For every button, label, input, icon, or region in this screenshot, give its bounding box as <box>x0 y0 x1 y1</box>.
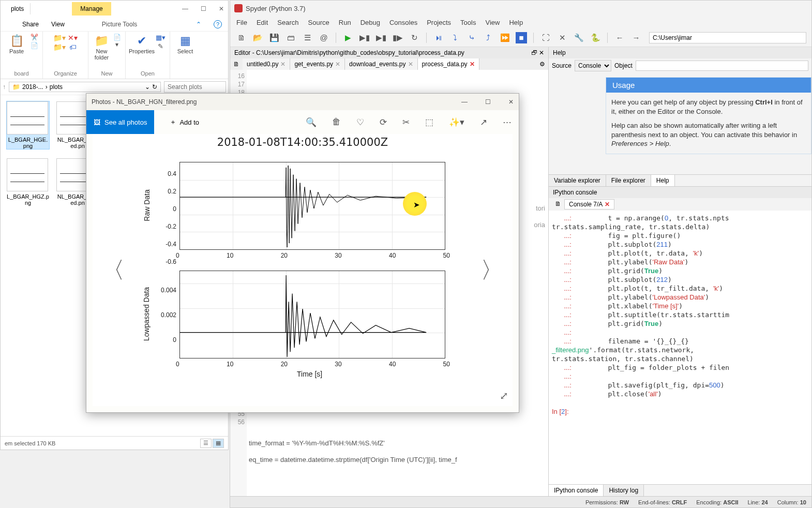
menu-help[interactable]: Help <box>509 19 523 26</box>
save-all-icon[interactable]: 🗃 <box>285 32 296 43</box>
add-to-button[interactable]: ＋ Add to <box>170 117 199 127</box>
breadcrumb-1[interactable]: 2018-... <box>22 83 43 91</box>
pane-options-icon[interactable]: 🗗 <box>531 49 537 56</box>
console-tab[interactable]: Console 7/A✕ <box>564 199 614 210</box>
close-icon[interactable]: ✕ <box>508 98 514 106</box>
more-icon[interactable]: ⋯ <box>503 117 512 128</box>
properties-button[interactable]: ✔Properties <box>130 34 154 54</box>
nav-up-icon[interactable]: ↑ <box>3 83 6 91</box>
editor-tab[interactable]: untitled0.py✕ <box>243 58 290 70</box>
favorite-icon[interactable]: ♡ <box>356 117 364 128</box>
minimize-icon[interactable]: — <box>461 98 468 106</box>
rerun-icon[interactable]: ↻ <box>409 32 420 43</box>
rename-icon[interactable]: 🏷 <box>68 43 78 51</box>
pane-close-icon[interactable]: ✕ <box>539 49 544 56</box>
paste-button[interactable]: 📋Paste <box>5 34 28 54</box>
cwd-input[interactable] <box>649 32 806 43</box>
edit-icon[interactable]: ✨▾ <box>449 117 464 128</box>
maximize-icon[interactable]: ☐ <box>201 5 206 12</box>
search-input[interactable] <box>164 81 226 93</box>
next-photo-button[interactable]: 〉 <box>480 255 503 286</box>
save-icon[interactable]: 💾 <box>268 32 280 43</box>
ribbon-collapse-icon[interactable]: ⌃ <box>196 21 201 28</box>
open-icon[interactable]: ▦▾ <box>156 34 166 41</box>
new-item-icon[interactable]: 📄▾ <box>113 34 121 48</box>
refresh-icon[interactable]: ↻ <box>152 83 157 91</box>
menu-tools[interactable]: Tools <box>460 19 476 26</box>
copyto-icon[interactable]: 📁▾ <box>53 43 66 51</box>
share-icon[interactable]: ↗ <box>480 117 487 128</box>
at-icon[interactable]: @ <box>318 32 329 43</box>
search-visual-icon[interactable]: ⬚ <box>425 117 433 128</box>
crop-icon[interactable]: ✂ <box>402 117 410 128</box>
cwd-forward-icon[interactable]: → <box>630 32 642 43</box>
menu-view[interactable]: View <box>485 19 500 26</box>
python-path-icon[interactable]: 🐍 <box>590 32 601 43</box>
editor-tab[interactable]: download_events.py✕ <box>345 58 417 70</box>
address-bar[interactable]: 📁 2018-...› plots ⌄ ↻ <box>9 82 161 92</box>
copy-icon[interactable]: 📄 <box>31 42 38 49</box>
console-body[interactable]: ...: t = np.arange(0, tr.stats.npts tr.s… <box>549 211 811 484</box>
menu-source[interactable]: Source <box>308 19 329 26</box>
debug-into-icon[interactable]: ⤵ <box>449 32 461 43</box>
tab-share[interactable]: Share <box>22 21 39 28</box>
tab-ipython-console[interactable]: IPython console <box>549 485 604 496</box>
select-button[interactable]: ▦Select <box>174 34 196 54</box>
menu-projects[interactable]: Projects <box>427 19 451 26</box>
console-tab-list-icon[interactable]: 🗎 <box>552 199 564 210</box>
run-cell-icon[interactable]: ▶▮ <box>359 32 370 43</box>
menu-debug[interactable]: Debug <box>360 19 380 26</box>
debug-out-icon[interactable]: ⤴ <box>483 32 494 43</box>
fullscreen-icon[interactable]: ✕ <box>557 32 568 43</box>
run-selection-icon[interactable]: ▮▶ <box>392 32 403 43</box>
minimize-icon[interactable]: — <box>182 5 188 12</box>
editor-tab[interactable]: get_events.py✕ <box>290 58 345 70</box>
see-all-photos-button[interactable]: 🖼 See all photos <box>86 110 154 134</box>
file-item[interactable]: L_BGAR_HGE.png <box>7 101 49 149</box>
menu-run[interactable]: Run <box>339 19 351 26</box>
new-file-icon[interactable]: 🗎 <box>235 32 247 43</box>
menu-consoles[interactable]: Consoles <box>389 19 417 26</box>
cwd-back-icon[interactable]: ← <box>614 32 625 43</box>
editor-config-icon[interactable]: ⚙ <box>536 58 548 70</box>
moveto-icon[interactable]: 📁▾ <box>53 34 66 42</box>
menu-file[interactable]: File <box>236 19 247 26</box>
file-item[interactable]: L_BGAR_HGZ.png <box>7 158 49 206</box>
debug-step-icon[interactable]: ⏯ <box>433 32 444 43</box>
maximize-icon[interactable]: ☐ <box>485 98 491 106</box>
menu-search[interactable]: Search <box>277 19 298 26</box>
list-icon[interactable]: ☰ <box>302 32 313 43</box>
tab-view[interactable]: View <box>51 21 65 28</box>
breadcrumb-dropdown-icon[interactable]: ⌄ <box>145 83 150 91</box>
debug-over-icon[interactable]: ⤷ <box>466 32 477 43</box>
run-icon[interactable]: ▶ <box>342 32 354 43</box>
edit-icon[interactable]: ✎ <box>156 42 166 50</box>
photos-titlebar[interactable]: Photos - NL_BGAR_HGN_filtered.png — ☐ ✕ <box>86 94 519 110</box>
debug-continue-icon[interactable]: ⏩ <box>499 32 510 43</box>
spyder-titlebar[interactable]: Spyder (Python 3.7) <box>230 1 811 16</box>
delete-icon[interactable]: ✕▾ <box>68 34 78 42</box>
zoom-icon[interactable]: 🔍 <box>306 117 317 128</box>
open-file-icon[interactable]: 📂 <box>252 32 263 43</box>
preferences-icon[interactable]: 🔧 <box>573 32 584 43</box>
previous-photo-button[interactable]: 〈 <box>102 255 125 286</box>
help-source-select[interactable]: Console <box>575 60 611 71</box>
breadcrumb-2[interactable]: plots <box>50 83 63 91</box>
help-icon[interactable]: ? <box>214 20 222 28</box>
explorer-titlebar[interactable]: plots Manage — ☐ ✕ <box>1 1 228 17</box>
run-cell-advance-icon[interactable]: ▶▮ <box>375 32 387 43</box>
cut-icon[interactable]: ✂️ <box>31 34 38 41</box>
picture-tools-manage[interactable]: Manage <box>72 2 111 16</box>
tab-picture-tools[interactable]: Picture Tools <box>102 21 137 28</box>
editor-tab-active[interactable]: process_data.py✕ <box>418 58 479 70</box>
details-view-icon[interactable]: ☰ <box>200 439 212 448</box>
stop-icon[interactable]: ■ <box>516 32 527 43</box>
tab-variable-explorer[interactable]: Variable explorer <box>549 175 606 186</box>
tab-list-icon[interactable]: 🗎 <box>230 58 243 70</box>
help-object-input[interactable] <box>636 61 808 71</box>
delete-icon[interactable]: 🗑 <box>332 117 341 127</box>
menu-edit[interactable]: Edit <box>257 19 268 26</box>
maximize-pane-icon[interactable]: ⛶ <box>540 32 551 43</box>
tab-help[interactable]: Help <box>651 175 675 186</box>
thumbnails-view-icon[interactable]: ▦ <box>213 439 224 448</box>
